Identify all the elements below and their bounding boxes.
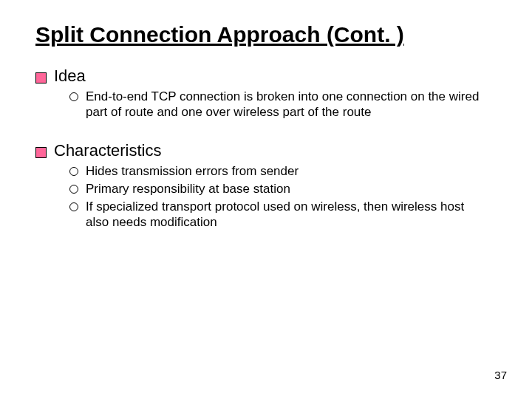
list-item: Primary responsibility at base station	[69, 181, 482, 197]
list-item-text: Primary responsibility at base station	[86, 181, 290, 197]
page-number: 37	[494, 369, 507, 381]
list-item-text: End-to-end TCP connection is broken into…	[86, 89, 482, 121]
section-heading: Idea	[35, 66, 497, 86]
slide: Split Connection Approach (Cont. ) Idea …	[0, 0, 532, 399]
circle-bullet-icon	[69, 202, 78, 211]
circle-bullet-icon	[69, 185, 78, 194]
slide-title: Split Connection Approach (Cont. )	[35, 21, 497, 49]
square-bullet-icon	[35, 72, 47, 83]
list-item: If specialized transport protocol used o…	[69, 199, 482, 231]
circle-bullet-icon	[69, 92, 78, 101]
list-item: End-to-end TCP connection is broken into…	[69, 89, 482, 121]
section-heading-text: Idea	[54, 66, 86, 86]
square-bullet-icon	[35, 147, 47, 158]
section-heading: Characteristics	[35, 141, 497, 160]
spacer	[35, 122, 497, 135]
list-item-text: If specialized transport protocol used o…	[86, 199, 482, 231]
circle-bullet-icon	[69, 167, 78, 176]
section-heading-text: Characteristics	[54, 141, 161, 160]
list-item: Hides transmission errors from sender	[69, 163, 482, 180]
list-item-text: Hides transmission errors from sender	[86, 163, 299, 180]
